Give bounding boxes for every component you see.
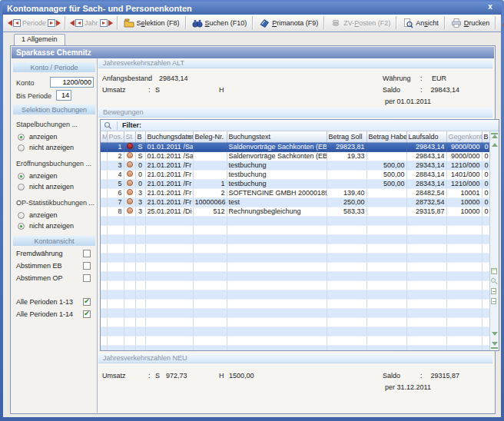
table-cell[interactable]: [101, 327, 107, 336]
cell-b2[interactable]: 0: [482, 142, 489, 151]
primanota-button[interactable]: Primanota (F9): [255, 16, 322, 31]
scroll-bottom-icon[interactable]: [491, 342, 498, 349]
table-cell[interactable]: [327, 280, 366, 290]
cell-gegenkonto[interactable]: 10000: [446, 207, 482, 216]
title-bar[interactable]: Kontomanager für Sach- und Personenkonte…: [2, 2, 502, 15]
table-cell[interactable]: [482, 299, 489, 308]
table-cell[interactable]: [124, 280, 135, 290]
cell-betrag-haben[interactable]: [366, 188, 406, 197]
table-cell[interactable]: [193, 299, 227, 308]
cell-betrag-haben[interactable]: [366, 142, 406, 151]
cell-status[interactable]: [124, 151, 135, 161]
cell-beleg-nr[interactable]: [193, 170, 227, 179]
table-cell[interactable]: [366, 216, 406, 225]
table-cell[interactable]: [145, 327, 193, 336]
radio-option[interactable]: nicht anzeigen: [18, 144, 97, 151]
column-header[interactable]: Buchungsdatum: [145, 131, 193, 142]
cell-buchungsdatum[interactable]: 21.01.2011 /Fr: [145, 179, 193, 188]
cell-m[interactable]: [101, 197, 107, 207]
table-cell[interactable]: [482, 271, 489, 280]
table-cell[interactable]: [482, 317, 489, 327]
table-cell[interactable]: [227, 262, 327, 271]
table-cell[interactable]: [145, 225, 193, 234]
cell-betrag-haben[interactable]: [366, 151, 406, 161]
table-cell[interactable]: [327, 262, 366, 271]
cell-m[interactable]: [101, 188, 107, 197]
close-button[interactable]: x: [484, 2, 496, 13]
table-cell[interactable]: [124, 336, 135, 345]
table-cell[interactable]: [101, 262, 107, 271]
table-cell[interactable]: [406, 225, 446, 234]
table-cell[interactable]: [124, 216, 135, 225]
table-view-icon[interactable]: [491, 268, 498, 275]
cell-buchungsdatum[interactable]: 21.01.2011 /Fr: [145, 188, 193, 197]
cell-gegenkonto[interactable]: 10000: [446, 197, 482, 207]
table-cell[interactable]: [366, 262, 406, 271]
cell-buchungstext[interactable]: test: [227, 197, 327, 207]
table-cell[interactable]: [366, 253, 406, 262]
table-cell[interactable]: [406, 216, 446, 225]
radio-option[interactable]: anzeigen: [18, 211, 97, 219]
cell-b2[interactable]: 0: [482, 207, 489, 216]
table-cell[interactable]: [446, 290, 482, 299]
radio-icon[interactable]: [18, 134, 25, 141]
zv-posten-button[interactable]: ZV-Posten (F2): [327, 16, 394, 31]
cell-buchungsdatum[interactable]: 01.01.2011 /Sa: [145, 142, 193, 151]
table-cell[interactable]: [227, 225, 327, 234]
table-cell[interactable]: [482, 234, 489, 244]
table-cell[interactable]: [124, 327, 135, 336]
table-cell[interactable]: [193, 317, 227, 327]
table-cell[interactable]: [446, 225, 482, 234]
cell-gegenkonto[interactable]: 9000/000: [446, 151, 482, 161]
scroll-down-icon[interactable]: [491, 332, 498, 339]
cell-pos[interactable]: 8: [107, 207, 124, 216]
cell-laufsaldo[interactable]: 28843,14: [406, 170, 446, 179]
table-cell[interactable]: [107, 336, 124, 345]
table-cell[interactable]: [193, 290, 227, 299]
cell-gegenkonto[interactable]: 1210/000: [446, 179, 482, 188]
table-cell[interactable]: [193, 308, 227, 317]
checkbox[interactable]: ✔: [83, 310, 91, 318]
cell-b2[interactable]: 0: [482, 151, 489, 161]
table-cell[interactable]: [227, 299, 327, 308]
table-cell[interactable]: [193, 253, 227, 262]
table-cell[interactable]: [135, 299, 145, 308]
cell-betrag-soll[interactable]: [327, 161, 366, 170]
table-cell[interactable]: [135, 336, 145, 345]
table-cell[interactable]: [327, 327, 366, 336]
ansicht-button[interactable]: Ansicht: [399, 16, 443, 31]
table-cell[interactable]: [124, 299, 135, 308]
table-cell[interactable]: [366, 308, 406, 317]
table-cell[interactable]: [446, 345, 482, 350]
cell-betrag-soll[interactable]: 583,33: [327, 207, 366, 216]
cell-b2[interactable]: 0: [482, 179, 489, 188]
table-cell[interactable]: [327, 299, 366, 308]
table-cell[interactable]: [107, 216, 124, 225]
column-header[interactable]: St: [124, 131, 135, 142]
cell-buchungstext[interactable]: Saldenvorträge Sachkonten (EB): [227, 142, 327, 151]
table-cell[interactable]: [145, 280, 193, 290]
table-cell[interactable]: [101, 299, 107, 308]
table-cell[interactable]: [107, 280, 124, 290]
table-cell[interactable]: [227, 271, 327, 280]
bis-periode-input[interactable]: [56, 90, 71, 101]
table-cell[interactable]: [406, 308, 446, 317]
table-cell[interactable]: [135, 244, 145, 253]
table-cell[interactable]: [327, 234, 366, 244]
table-cell[interactable]: [446, 317, 482, 327]
table-cell[interactable]: [145, 253, 193, 262]
cell-b[interactable]: 0: [135, 179, 145, 188]
cell-b[interactable]: 3: [135, 188, 145, 197]
cell-buchungstext[interactable]: Saldenvorträge Sachkonten (EB): [227, 151, 327, 161]
radio-icon[interactable]: [18, 173, 25, 180]
checkbox[interactable]: [83, 250, 91, 257]
table-cell[interactable]: [366, 225, 406, 234]
table-cell[interactable]: [446, 244, 482, 253]
table-cell[interactable]: [124, 271, 135, 280]
cell-b[interactable]: 3: [135, 207, 145, 216]
table-cell[interactable]: [482, 253, 489, 262]
table-row-empty[interactable]: [101, 225, 489, 234]
table-cell[interactable]: [101, 271, 107, 280]
cell-beleg-nr[interactable]: [193, 161, 227, 170]
table-cell[interactable]: [124, 253, 135, 262]
